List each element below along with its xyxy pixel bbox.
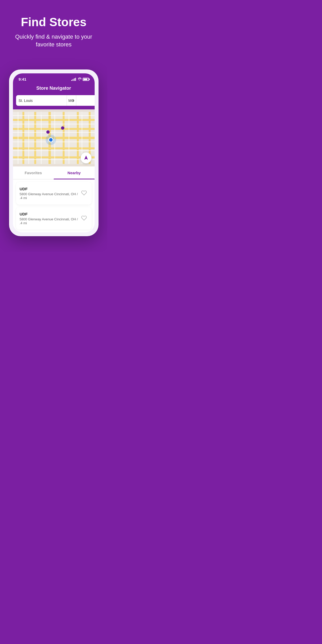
svg-rect-23 [68, 112, 69, 164]
svg-rect-20 [28, 112, 29, 164]
battery-icon [83, 78, 89, 81]
svg-rect-8 [34, 112, 36, 164]
navigate-button[interactable] [81, 152, 92, 163]
state-select[interactable]: MO AL AK AZ AR CA CO OH [67, 95, 76, 106]
svg-rect-27 [37, 112, 48, 115]
svg-rect-25 [13, 112, 17, 115]
status-bar: 9:41 [13, 73, 95, 83]
svg-rect-30 [79, 112, 88, 115]
store-info: UDF 5800 Glenway Avenue Cincinnati, OH /… [20, 212, 80, 225]
svg-rect-10 [62, 112, 64, 164]
svg-rect-29 [65, 112, 76, 115]
phone-container: 9:41 [0, 59, 107, 252]
status-time: 9:41 [19, 77, 26, 81]
hero-title: Find Stores [10, 16, 97, 29]
svg-rect-14 [13, 124, 95, 124]
store-address: 5800 Glenway Avenue Cincinnati, OH / .4 … [20, 192, 80, 200]
svg-rect-28 [51, 112, 62, 115]
zip-input[interactable] [76, 95, 95, 106]
svg-rect-26 [24, 112, 34, 115]
svg-rect-5 [13, 148, 95, 149]
svg-rect-2 [13, 119, 95, 121]
svg-point-32 [48, 138, 53, 142]
heart-icon [81, 215, 87, 221]
svg-rect-17 [13, 150, 95, 151]
svg-rect-11 [77, 112, 79, 164]
tabs-section: Favorites Nearby [13, 166, 95, 179]
store-info: UDF 5800 Glenway Avenue Cincinnati, OH /… [20, 187, 80, 200]
svg-rect-15 [13, 132, 95, 133]
search-bar: MO AL AK AZ AR CA CO OH Search [13, 95, 95, 109]
phone-inner: 9:41 [13, 73, 95, 232]
hero-subtitle: Quickly find & navigate to your favorite… [10, 33, 97, 49]
app-title: Store Navigator [36, 86, 71, 91]
svg-rect-19 [18, 112, 18, 164]
map-section [13, 109, 95, 166]
signal-icon [71, 78, 76, 81]
hero-section: Find Stores Quickly find & navigate to y… [0, 0, 107, 59]
svg-point-33 [61, 126, 64, 130]
store-list: UDF 5800 Glenway Avenue Cincinnati, OH /… [13, 182, 95, 230]
navigate-icon [83, 155, 89, 160]
heart-icon [81, 190, 87, 196]
app-header: Store Navigator [13, 83, 95, 95]
svg-point-34 [46, 130, 50, 134]
favorite-button[interactable] [80, 189, 88, 198]
tab-favorites[interactable]: Favorites [13, 166, 54, 179]
store-item: UDF 5800 Glenway Avenue Cincinnati, OH /… [16, 182, 92, 205]
svg-rect-7 [22, 112, 24, 164]
wifi-icon [77, 77, 81, 81]
store-name: UDF [20, 187, 80, 191]
favorite-button[interactable] [80, 214, 88, 223]
svg-rect-21 [41, 112, 41, 164]
svg-rect-3 [13, 128, 95, 130]
store-address: 5800 Glenway Avenue Cincinnati, OH / .4 … [20, 217, 80, 225]
status-icons [71, 77, 89, 81]
svg-rect-13 [13, 115, 95, 116]
phone-frame: 9:41 [9, 69, 99, 236]
store-name: UDF [20, 212, 80, 216]
store-item: UDF 5800 Glenway Avenue Cincinnati, OH /… [16, 207, 92, 230]
state-select-wrapper: MO AL AK AZ AR CA CO OH [67, 95, 76, 106]
tab-nearby[interactable]: Nearby [54, 166, 95, 179]
city-input[interactable] [16, 95, 67, 106]
